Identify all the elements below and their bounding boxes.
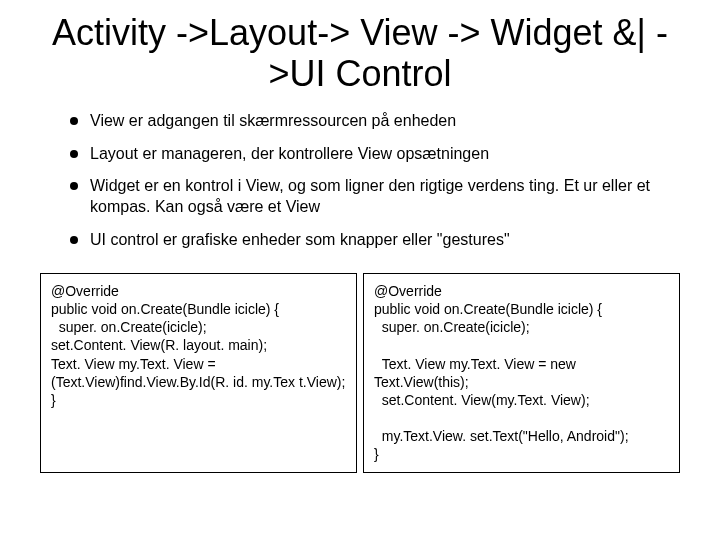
list-item: Widget er en kontrol i View, og som lign… <box>70 176 670 218</box>
code-right: @Override public void on.Create(Bundle i… <box>363 273 680 473</box>
bullet-list: View er adgangen til skærmressourcen på … <box>0 101 720 269</box>
code-row: @Override public void on.Create(Bundle i… <box>0 269 720 473</box>
list-item: Layout er manageren, der kontrollere Vie… <box>70 144 670 165</box>
list-item: View er adgangen til skærmressourcen på … <box>70 111 670 132</box>
code-left: @Override public void on.Create(Bundle i… <box>40 273 357 473</box>
list-item: UI control er grafiske enheder som knapp… <box>70 230 670 251</box>
slide-title: Activity ->Layout-> View -> Widget &| ->… <box>0 0 720 101</box>
